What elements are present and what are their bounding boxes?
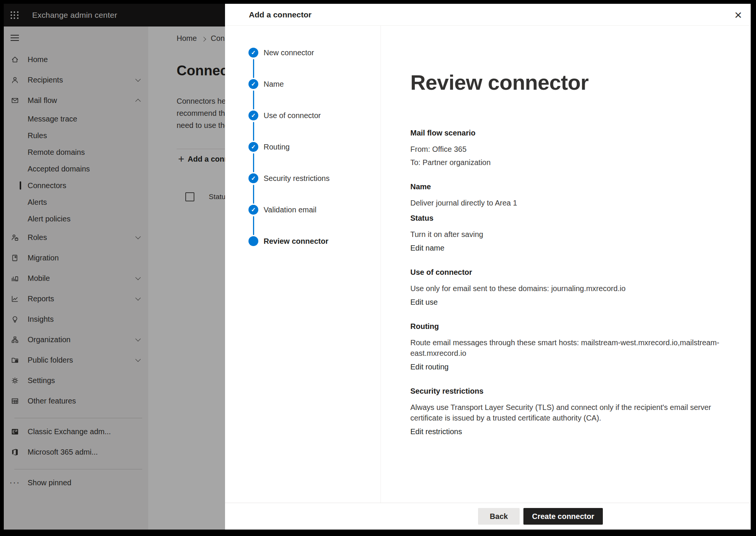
section-value: Deliver journal directly to Area 1: [410, 198, 736, 208]
create-connector-button[interactable]: Create connector: [523, 508, 603, 525]
section-heading: Use of connector: [410, 268, 736, 277]
step-label: Use of connector: [264, 111, 321, 120]
section-status: StatusTurn it on after savingEdit name: [410, 214, 736, 253]
step-label: Security restrictions: [264, 174, 330, 183]
step-label: Review connector: [264, 237, 328, 246]
section-value: Turn it on after saving: [410, 229, 736, 240]
review-sections: Mail flow scenarioFrom: Office 365To: Pa…: [410, 129, 736, 437]
step-check-icon: ✓: [248, 173, 258, 183]
step-connector-line: [253, 59, 254, 78]
step-connector-line: [253, 122, 254, 141]
step-new-connector[interactable]: ✓New connector: [248, 47, 314, 58]
check-icon: ✓: [251, 175, 256, 182]
step-connector-line: [253, 185, 254, 204]
edit-use-link[interactable]: Edit use: [410, 297, 736, 307]
check-icon: ✓: [251, 206, 256, 213]
step-check-icon: ✓: [248, 111, 258, 120]
section-heading: Routing: [410, 322, 736, 331]
step-current-dot: [248, 236, 258, 246]
section-mail-flow-scenario: Mail flow scenarioFrom: Office 365To: Pa…: [410, 129, 736, 168]
step-check-icon: ✓: [248, 205, 258, 215]
step-use-of-connector[interactable]: ✓Use of connector: [248, 110, 321, 121]
section-value: Use only for email sent to these domains…: [410, 283, 736, 294]
step-check-icon: ✓: [248, 79, 258, 89]
dialog-title: Add a connector: [249, 4, 312, 25]
review-heading: Review connector: [410, 70, 736, 95]
review-content: Review connector Mail flow scenarioFrom:…: [410, 70, 736, 452]
section-heading: Status: [410, 214, 736, 223]
section-name: NameDeliver journal directly to Area 1: [410, 182, 736, 208]
step-check-icon: ✓: [248, 142, 258, 152]
edit-routing-link[interactable]: Edit routing: [410, 361, 736, 372]
step-label: Name: [264, 80, 284, 89]
check-icon: ✓: [251, 143, 256, 150]
step-security-restrictions[interactable]: ✓Security restrictions: [248, 173, 330, 184]
close-icon: ×: [734, 8, 742, 22]
step-routing[interactable]: ✓Routing: [248, 142, 290, 152]
step-connector-line: [253, 90, 254, 109]
dialog-footer: Back Create connector: [225, 503, 751, 530]
dialog-header: Add a connector ×: [225, 4, 751, 26]
step-label: New connector: [264, 48, 314, 57]
step-connector-line: [253, 216, 254, 235]
screen: Exchange admin center HomeRecipientsMail…: [4, 4, 751, 530]
edit-restrictions-link[interactable]: Edit restrictions: [410, 426, 736, 437]
section-security-restrictions: Security restrictionsAlways use Transpor…: [410, 387, 736, 437]
check-icon: ✓: [251, 112, 256, 119]
step-name[interactable]: ✓Name: [248, 79, 284, 89]
step-validation-email[interactable]: ✓Validation email: [248, 204, 317, 215]
step-connector-line: [253, 153, 254, 172]
section-routing: RoutingRoute email messages through thes…: [410, 322, 736, 372]
close-button[interactable]: ×: [731, 8, 745, 22]
step-review-connector[interactable]: Review connector: [248, 236, 328, 246]
check-icon: ✓: [251, 49, 256, 56]
wizard-steps: ✓New connector✓Name✓Use of connector✓Rou…: [225, 25, 381, 503]
step-label: Routing: [264, 143, 290, 151]
section-value: Route email messages through these smart…: [410, 337, 736, 358]
add-connector-dialog: Add a connector × ✓New connector✓Name✓Us…: [225, 4, 751, 530]
section-heading: Security restrictions: [410, 387, 736, 396]
edit-name-link[interactable]: Edit name: [410, 243, 736, 253]
check-icon: ✓: [251, 81, 256, 87]
section-value: Always use Transport Layer Security (TLS…: [410, 402, 736, 423]
step-label: Validation email: [264, 206, 317, 214]
step-check-icon: ✓: [248, 48, 258, 58]
section-value: To: Partner organization: [410, 157, 736, 168]
section-heading: Name: [410, 182, 736, 191]
section-use-of-connector: Use of connectorUse only for email sent …: [410, 268, 736, 307]
section-value: From: Office 365: [410, 144, 736, 154]
back-button[interactable]: Back: [478, 508, 520, 525]
section-heading: Mail flow scenario: [410, 129, 736, 137]
